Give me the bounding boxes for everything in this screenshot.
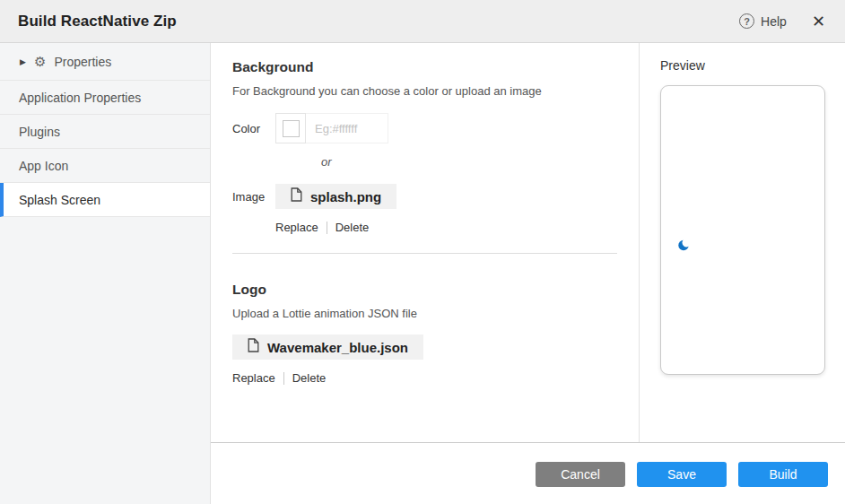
background-heading: Background [232, 59, 617, 75]
background-image-filename: splash.png [310, 189, 381, 204]
image-field-row: Image splash.png [232, 184, 617, 209]
save-button[interactable]: Save [637, 462, 727, 487]
chevron-right-icon: ▶ [20, 57, 26, 66]
logo-file-row: Wavemaker_blue.json [232, 335, 617, 360]
sidebar-item-label: Plugins [19, 125, 60, 139]
settings-sidebar: ▶ ⚙ Properties Application Properties Pl… [0, 43, 211, 504]
sidebar-item-label: Properties [54, 55, 111, 69]
logo-actions-row: Replace Delete [232, 371, 617, 385]
help-label: Help [761, 14, 787, 29]
cancel-button[interactable]: Cancel [536, 462, 625, 487]
color-label: Color [232, 122, 275, 135]
delete-logo-link[interactable]: Delete [292, 371, 327, 385]
logo-section: Logo Upload a Lottie animation JSON file… [232, 282, 617, 385]
wavemaker-crescent-logo-icon [678, 239, 691, 255]
link-divider [327, 222, 327, 234]
background-image-file-chip[interactable]: splash.png [275, 184, 396, 209]
logo-description: Upload a Lottie animation JSON file [232, 307, 617, 320]
sidebar-item-label: Application Properties [19, 91, 141, 105]
dialog-body: ▶ ⚙ Properties Application Properties Pl… [0, 43, 845, 504]
sidebar-item-label: Splash Screen [19, 193, 100, 207]
sidebar-item-properties[interactable]: ▶ ⚙ Properties [0, 43, 210, 81]
dialog-footer: Cancel Save Build [211, 442, 845, 504]
color-field-row: Color [232, 113, 617, 143]
main-area: Background For Background you can choose… [211, 43, 845, 504]
preview-panel: Preview [640, 43, 845, 442]
replace-logo-link[interactable]: Replace [232, 371, 275, 385]
sidebar-item-app-icon[interactable]: App Icon [0, 149, 210, 183]
color-picker-swatch[interactable] [275, 113, 306, 143]
or-separator-text: or [321, 155, 617, 169]
build-button[interactable]: Build [738, 462, 828, 487]
document-icon [291, 187, 302, 205]
sidebar-item-splash-screen[interactable]: Splash Screen [0, 183, 210, 217]
image-label: Image [232, 190, 275, 204]
preview-heading: Preview [660, 58, 826, 73]
color-hex-input[interactable] [306, 113, 388, 143]
sidebar-item-plugins[interactable]: Plugins [0, 115, 210, 149]
help-button[interactable]: ? Help [739, 13, 787, 29]
splash-preview-box [660, 85, 825, 375]
image-actions-row: Replace Delete [275, 221, 617, 234]
logo-file-chip[interactable]: Wavemaker_blue.json [232, 335, 423, 360]
background-description: For Background you can choose a color or… [232, 84, 617, 98]
sidebar-item-application-properties[interactable]: Application Properties [0, 81, 210, 115]
document-icon [248, 338, 259, 356]
link-divider [283, 372, 284, 385]
dialog-title: Build ReactNative Zip [18, 13, 739, 30]
color-swatch-inner [283, 120, 300, 137]
logo-filename: Wavemaker_blue.json [267, 340, 408, 355]
section-divider [232, 253, 617, 254]
gear-icon: ⚙ [34, 55, 46, 68]
splash-screen-form: Background For Background you can choose… [211, 43, 640, 442]
replace-image-link[interactable]: Replace [275, 221, 318, 234]
question-circle-icon: ? [739, 13, 754, 29]
main-row: Background For Background you can choose… [211, 43, 845, 442]
build-reactnative-zip-dialog: Build ReactNative Zip ? Help ✕ ▶ ⚙ Prope… [0, 0, 845, 504]
delete-image-link[interactable]: Delete [335, 221, 370, 234]
logo-heading: Logo [232, 282, 617, 298]
close-icon[interactable]: ✕ [810, 12, 827, 31]
sidebar-item-label: App Icon [19, 159, 68, 173]
dialog-header: Build ReactNative Zip ? Help ✕ [0, 0, 845, 43]
